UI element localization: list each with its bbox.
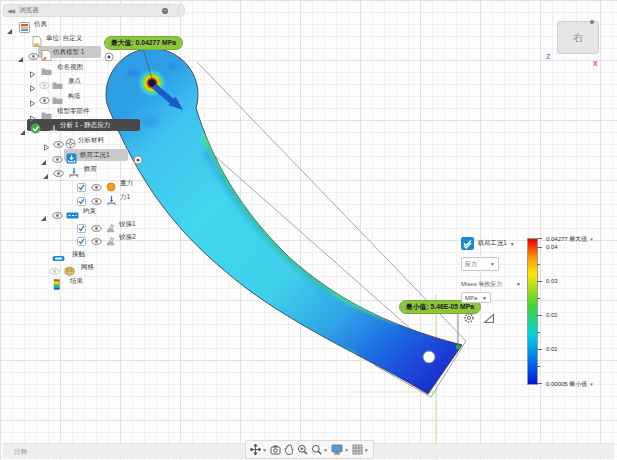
browser-row-label: 原点 [68,77,81,86]
visibility-eye-icon[interactable] [53,164,64,182]
color-scale-minor-tick [537,332,540,333]
collapse-triangle-icon[interactable] [40,208,47,226]
viewcube[interactable]: 右 [557,21,599,54]
axis-z-label: Z [546,53,550,60]
comments-label: 注释 [14,447,28,457]
browser-row-label: 分析 1 - 静态应力 [60,121,110,130]
browser-title: 浏览器 [19,6,39,15]
collapse-triangle-icon[interactable] [6,21,13,39]
display-settings-button[interactable]: ▼ [331,444,349,455]
collapse-triangle-icon[interactable] [42,166,49,184]
result-type-label: 应力 [465,260,477,269]
chevron-down-icon: ▾ [590,236,593,242]
checkbox[interactable] [77,232,86,250]
browser-panel: ◀◀ 浏览器 − 仿真单位: 自定义仿真模型 1命名视图原点构造模型零部件分析 … [0,0,190,300]
browser-row-label: 单位: 自定义 [46,34,82,43]
zoom-button[interactable]: ▼ [311,444,328,455]
color-scale-tick [537,247,542,248]
color-scale-tick-label: 0.01 [546,346,558,352]
chevron-down-icon: ▾ [590,381,593,387]
chevron-down-icon: ▼ [510,241,515,247]
min-point-marker [456,345,461,350]
browser-row-label: 构造 [68,92,81,101]
stress-component-dropdown[interactable]: Mises 等效应力 ▼ [461,278,524,290]
activate-radio-icon[interactable] [133,151,143,169]
color-scale-minor-tick [537,366,540,367]
color-scale-tick [537,349,542,350]
simulation-icon [19,19,30,37]
load-case-check-icon [461,237,474,250]
browser-row-label: 铰接2 [119,233,136,242]
color-scale-minor-tick [537,264,540,265]
chevron-down-icon: ▼ [262,447,267,453]
color-scale-tick-label: 0.03 [546,278,558,284]
browser-row-label: 载荷 [84,165,97,174]
stress-component-label: Mises 等效应力 [461,280,502,289]
unit-label: MPa [465,295,477,301]
browser-row-label: 力1 [120,193,130,202]
visibility-eye-icon[interactable] [52,206,63,224]
zoom-window-button[interactable] [297,444,308,455]
browser-row-label: 约束 [83,207,96,216]
color-scale-minor-tick [537,298,540,299]
panel-drag-handle[interactable] [179,4,185,17]
chevron-down-icon: ▼ [516,281,521,287]
chevron-down-icon: ▼ [364,447,369,453]
force-icon [106,192,117,210]
orbit-button[interactable]: ▼ [250,444,267,455]
activate-radio-icon[interactable] [104,48,114,66]
color-scale-limit-label[interactable]: 0.04277 最大值▾ [546,235,593,244]
browser-row-label: 仿真 [34,20,47,29]
browser-row-label: 命名视图 [57,63,83,72]
legend-slope-icon[interactable] [483,312,495,324]
color-scale-tick [537,238,542,239]
unit-dropdown[interactable]: MPa ▼ [461,292,491,303]
browser-row-label: 重力 [120,179,133,188]
collapse-panel-icon[interactable]: ◀◀ [7,7,14,14]
browser-row-label: 接触 [72,250,85,259]
browser-header[interactable]: ◀◀ 浏览器 − [3,4,179,17]
axis-y-indicator [590,20,594,24]
viewcube-face-label: 右 [573,31,583,45]
color-scale-limit-label[interactable]: 0.00005 最小值▾ [546,380,593,389]
collapse-all-icon[interactable]: − [162,8,168,14]
navigation-toolbar: ▼ ▼ ▼ ▼ [245,440,374,459]
browser-row-label: 模型零部件 [57,107,90,116]
axis-x-label: X [593,60,598,67]
browser-row-label: 结果 [70,277,83,286]
look-at-button[interactable] [270,445,281,455]
chevron-down-icon: ▼ [323,447,328,453]
chevron-down-icon: ▼ [344,447,349,453]
browser-row-label: 网格 [81,263,94,272]
bottom-pin-hole [423,351,435,363]
results-icon [53,276,61,294]
collapse-triangle-icon[interactable] [19,122,26,140]
result-type-dropdown[interactable]: 应力 ▼ [461,257,499,271]
load-case-selector[interactable]: 载荷工况1 ▼ [461,237,515,250]
browser-row-label: 铰接1 [119,220,136,229]
browser-row-label: 仿真模型 1 [53,48,84,57]
color-scale-tick [537,281,542,282]
stress-color-scale [527,238,538,385]
color-scale-tick-label: 0.02 [546,312,558,318]
color-scale-tick-label: 0.04 [546,244,558,250]
visibility-eye-icon[interactable] [91,232,102,250]
browser-row-label: 分析材料 [78,136,104,145]
load-case-label: 载荷工况1 [478,239,507,248]
legend-settings-gear-icon[interactable] [463,312,475,324]
visibility-eye-icon[interactable] [28,47,39,65]
chevron-down-icon: ▼ [482,295,487,301]
chevron-down-icon: ▼ [490,261,495,267]
pin-constraint-icon [105,232,116,250]
browser-row-label: 载荷工况1 [80,151,110,160]
pan-button[interactable] [284,444,294,455]
collapse-triangle-icon[interactable] [17,49,24,67]
color-scale-tick [537,315,542,316]
analysis-check-icon [30,120,41,138]
grid-layout-button[interactable]: ▼ [352,444,369,455]
color-scale-tick [537,383,542,384]
